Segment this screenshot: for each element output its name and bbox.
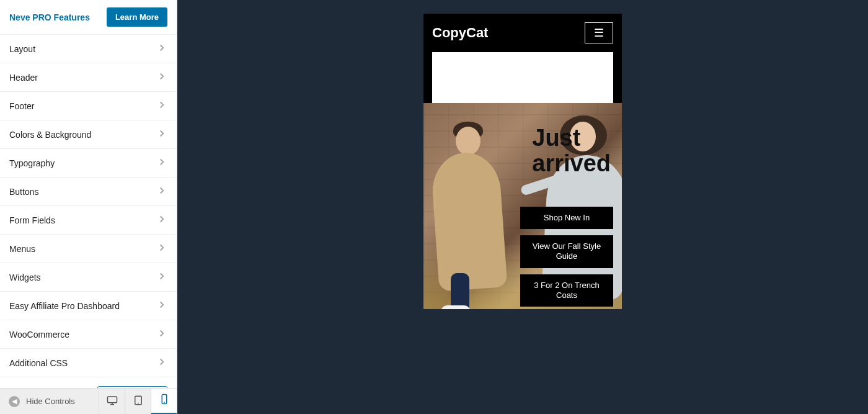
chevron-right-icon xyxy=(156,71,167,84)
chevron-right-icon xyxy=(156,42,167,55)
menu-item-easy-affiliate-pro[interactable]: Easy Affiliate Pro Dashboard xyxy=(0,292,177,320)
hero-heading-line1: Just xyxy=(532,125,611,151)
menu-item-label: Form Fields xyxy=(9,215,55,225)
chevron-right-icon xyxy=(156,271,167,284)
chevron-right-icon xyxy=(156,185,167,198)
hide-controls-button[interactable]: ◀ Hide Controls xyxy=(0,396,99,407)
sidebar-content: Neve PRO Features Learn More Layout Head… xyxy=(0,0,177,388)
hero-section: Just arrived Shop New In View Our Fall S… xyxy=(423,103,622,309)
preview-area: CopyCat ☰ Just arrived Sho xyxy=(177,0,868,414)
chevron-right-icon xyxy=(156,242,167,255)
menu-item-typography[interactable]: Typography xyxy=(0,149,177,178)
menu-item-layout[interactable]: Layout xyxy=(0,35,177,63)
device-toggles xyxy=(99,389,177,415)
menu-item-label: Easy Affiliate Pro Dashboard xyxy=(9,301,120,311)
hamburger-icon: ☰ xyxy=(594,26,604,40)
caret-left-icon: ◀ xyxy=(9,396,20,407)
menu-item-colors-background[interactable]: Colors & Background xyxy=(0,120,177,149)
desktop-icon xyxy=(107,395,118,408)
menu-item-footer[interactable]: Footer xyxy=(0,92,177,120)
chevron-right-icon xyxy=(156,214,167,227)
hero-buttons-group: Shop New In View Our Fall Style Guide 3 … xyxy=(520,207,613,307)
learn-more-button[interactable]: Learn More xyxy=(107,7,167,27)
menu-item-label: WooCommerce xyxy=(9,330,69,340)
site-header: CopyCat ☰ xyxy=(423,14,622,52)
chevron-right-icon xyxy=(156,328,167,341)
menu-item-label: Footer xyxy=(9,101,34,111)
site-title[interactable]: CopyCat xyxy=(432,25,488,41)
menu-item-form-fields[interactable]: Form Fields xyxy=(0,206,177,235)
chevron-right-icon xyxy=(156,356,167,369)
hero-button-fall-style-guide[interactable]: View Our Fall Style Guide xyxy=(520,235,613,268)
menu-item-label: Menus xyxy=(9,244,35,254)
chevron-right-icon xyxy=(156,128,167,141)
menu-item-widgets[interactable]: Widgets xyxy=(0,263,177,292)
menu-item-woocommerce[interactable]: WooCommerce xyxy=(0,320,177,349)
menu-item-label: Colors & Background xyxy=(9,130,91,140)
device-tablet-button[interactable] xyxy=(125,389,151,415)
menu-toggle-button[interactable]: ☰ xyxy=(585,22,613,43)
neve-theme-row: Neve Documentation xyxy=(0,377,177,388)
menu-item-header[interactable]: Header xyxy=(0,63,177,92)
hero-heading: Just arrived xyxy=(532,125,611,176)
svg-rect-0 xyxy=(107,397,117,403)
chevron-right-icon xyxy=(156,299,167,312)
neve-pro-banner: Neve PRO Features Learn More xyxy=(0,0,177,35)
tablet-icon xyxy=(133,395,144,408)
menu-item-label: Layout xyxy=(9,44,35,54)
header-whitespace-block xyxy=(432,52,613,103)
sidebar-footer: ◀ Hide Controls xyxy=(0,388,177,414)
hero-person-left xyxy=(427,115,514,309)
device-desktop-button[interactable] xyxy=(99,389,125,415)
hero-button-trench-coats-offer[interactable]: 3 For 2 On Trench Coats xyxy=(520,274,613,307)
menu-item-label: Buttons xyxy=(9,187,38,197)
menu-item-label: Typography xyxy=(9,158,55,168)
chevron-right-icon xyxy=(156,156,167,169)
hero-heading-line2: arrived xyxy=(532,151,611,176)
menu-item-additional-css[interactable]: Additional CSS xyxy=(0,349,177,377)
app-root: Neve PRO Features Learn More Layout Head… xyxy=(0,0,868,414)
menu-item-buttons[interactable]: Buttons xyxy=(0,178,177,206)
mobile-icon xyxy=(159,394,170,407)
device-mobile-button[interactable] xyxy=(151,389,177,415)
neve-pro-title: Neve PRO Features xyxy=(9,12,90,22)
customizer-sidebar: Neve PRO Features Learn More Layout Head… xyxy=(0,0,177,414)
menu-item-label: Widgets xyxy=(9,272,41,282)
mobile-preview-frame: CopyCat ☰ Just arrived Sho xyxy=(423,14,622,309)
chevron-right-icon xyxy=(156,99,167,112)
menu-item-label: Header xyxy=(9,73,38,83)
hide-controls-label: Hide Controls xyxy=(26,397,75,406)
hero-button-shop-new-in[interactable]: Shop New In xyxy=(520,207,613,229)
menu-item-label: Additional CSS xyxy=(9,358,68,368)
menu-item-menus[interactable]: Menus xyxy=(0,235,177,263)
